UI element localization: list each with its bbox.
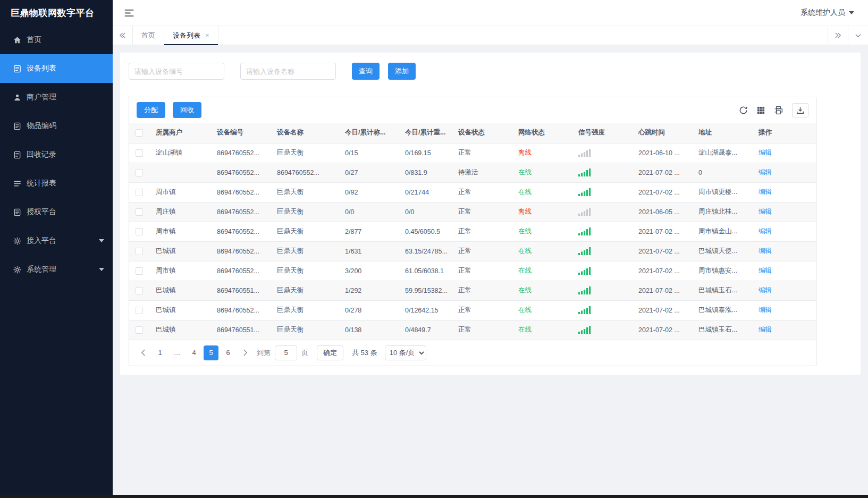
goto-confirm-button[interactable]: 确定: [317, 345, 343, 360]
row-checkbox[interactable]: [136, 228, 143, 235]
sidebar-item-authorization-platform[interactable]: 授权平台: [0, 198, 113, 226]
sidebar-collapse-icon[interactable]: [124, 9, 135, 17]
prev-page-button[interactable]: [136, 345, 150, 360]
table-row: 巴城镇8694760551...巨鼎天衡1/29259.95/15382...正…: [129, 281, 816, 300]
sidebar-nav: 首页设备列表商户管理物品编码回收记录统计报表授权平台接入平台系统管理: [0, 26, 113, 284]
page-size-select[interactable]: 10 条/页: [385, 345, 426, 360]
table-row: 8694760552...8694760552...0/270/831.9待激活…: [129, 163, 816, 182]
column-settings-icon[interactable]: [757, 106, 765, 114]
tab-home[interactable]: 首页: [133, 26, 164, 45]
cell-action: 编辑: [752, 300, 816, 320]
row-checkbox[interactable]: [136, 208, 143, 216]
tab-label: 设备列表: [173, 31, 200, 40]
edit-link[interactable]: 编辑: [759, 188, 772, 196]
column-header: 今日/累计称...: [339, 123, 399, 143]
edit-link[interactable]: 编辑: [759, 227, 772, 235]
add-button[interactable]: 添加: [388, 63, 416, 80]
cell-action: 编辑: [752, 261, 816, 281]
chevron-down-icon: [99, 239, 104, 242]
sidebar: 巨鼎物联网数字平台 首页设备列表商户管理物品编码回收记录统计报表授权平台接入平台…: [0, 0, 113, 498]
cell-address: 周市镇惠安...: [692, 261, 752, 281]
cell-today-count: 1/631: [339, 241, 399, 261]
edit-link[interactable]: 编辑: [759, 306, 772, 314]
row-checkbox[interactable]: [136, 248, 143, 255]
edit-link[interactable]: 编辑: [759, 149, 772, 156]
network-status-badge: 在线: [518, 267, 532, 274]
assign-button[interactable]: 分配: [137, 102, 165, 118]
sidebar-item-label: 回收记录: [27, 150, 104, 159]
signal-bars-icon: [578, 247, 591, 255]
network-status-badge: 在线: [518, 306, 532, 314]
content-area: 查询 添加 分配 回收: [113, 45, 868, 498]
next-page-button[interactable]: [238, 345, 252, 360]
edit-link[interactable]: 编辑: [759, 247, 772, 255]
tabs-scroll-left-button[interactable]: [113, 26, 133, 45]
sidebar-item-access-platform[interactable]: 接入平台: [0, 226, 113, 255]
page-ellipsis: …: [170, 345, 184, 360]
cell-device-name: 巨鼎天衡: [271, 320, 339, 340]
cell-today-count: 0/27: [339, 163, 399, 182]
cell-signal: [572, 320, 632, 340]
cell-network-status: 离线: [512, 202, 572, 222]
row-checkbox[interactable]: [136, 307, 143, 314]
table-toolbar: 分配 回收: [129, 97, 816, 123]
topbar: 系统维护人员: [113, 0, 868, 26]
page-number-1[interactable]: 1: [153, 345, 167, 360]
row-checkbox[interactable]: [136, 267, 143, 275]
cell-merchant: 周市镇: [149, 182, 210, 202]
sidebar-item-recycle-records[interactable]: 回收记录: [0, 140, 113, 169]
table-row: 周庄镇8694760552...巨鼎天衡0/00/0正常离线2021-06-05…: [129, 202, 816, 222]
toolbar-buttons: 分配 回收: [137, 102, 201, 118]
sidebar-item-merchant-management[interactable]: 商户管理: [0, 83, 113, 112]
refresh-icon[interactable]: [739, 106, 748, 115]
page-number-6[interactable]: 6: [221, 345, 235, 360]
recycle-button[interactable]: 回收: [173, 102, 201, 118]
edit-link[interactable]: 编辑: [759, 286, 772, 294]
network-status-badge: 在线: [518, 188, 532, 196]
device-table: 所属商户设备编号设备名称今日/累计称...今日/累计重...设备状态网络状态信号…: [129, 123, 816, 340]
sidebar-item-system-management[interactable]: 系统管理: [0, 255, 113, 284]
tabs-dropdown-button[interactable]: [848, 26, 868, 45]
sidebar-item-item-coding[interactable]: 物品编码: [0, 112, 113, 140]
sidebar-item-label: 授权平台: [27, 207, 104, 217]
cell-heartbeat: 2021-07-02 ...: [632, 300, 692, 320]
cell-device-name: 巨鼎天衡: [271, 143, 339, 163]
select-all-checkbox[interactable]: [136, 129, 143, 137]
page-number-4[interactable]: 4: [187, 345, 201, 360]
device-name-input[interactable]: [240, 63, 336, 80]
network-status-badge: 在线: [518, 326, 532, 333]
cell-network-status: 在线: [512, 320, 572, 340]
close-icon[interactable]: ×: [205, 32, 209, 39]
row-checkbox[interactable]: [136, 169, 143, 176]
edit-link[interactable]: 编辑: [759, 267, 772, 274]
cell-heartbeat: 2021-07-02 ...: [632, 320, 692, 340]
cell-network-status: 在线: [512, 281, 572, 300]
row-checkbox[interactable]: [136, 189, 143, 196]
export-icon[interactable]: [792, 103, 808, 117]
sidebar-item-statistics-report[interactable]: 统计报表: [0, 169, 113, 198]
filter-row: 查询 添加: [129, 63, 852, 80]
user-menu[interactable]: 系统维护人员: [800, 8, 854, 18]
cell-device-no: 8694760552...: [210, 143, 271, 163]
tab-device-list[interactable]: 设备列表×: [164, 26, 218, 45]
column-header: 操作: [752, 123, 816, 143]
cell-signal: [572, 163, 632, 182]
row-checkbox[interactable]: [136, 149, 143, 157]
edit-link[interactable]: 编辑: [759, 208, 772, 215]
print-icon[interactable]: [774, 106, 783, 115]
tabs-scroll-right-button[interactable]: [828, 26, 848, 45]
query-button[interactable]: 查询: [352, 63, 380, 80]
goto-page-input[interactable]: [275, 345, 297, 360]
cell-device-no: 8694760551...: [210, 281, 271, 300]
edit-link[interactable]: 编辑: [759, 326, 772, 333]
sidebar-item-device-list[interactable]: 设备列表: [0, 54, 113, 83]
device-no-input[interactable]: [129, 63, 224, 80]
pagination: 1…456 到第 页 确定 共 53 条 10 条/页: [129, 340, 816, 366]
row-checkbox[interactable]: [136, 326, 143, 334]
sidebar-item-home[interactable]: 首页: [0, 26, 113, 54]
edit-link[interactable]: 编辑: [759, 168, 772, 176]
row-checkbox[interactable]: [136, 287, 143, 294]
cell-network-status: 在线: [512, 222, 572, 241]
sidebar-item-label: 接入平台: [27, 236, 99, 246]
page-number-5[interactable]: 5: [204, 345, 218, 360]
